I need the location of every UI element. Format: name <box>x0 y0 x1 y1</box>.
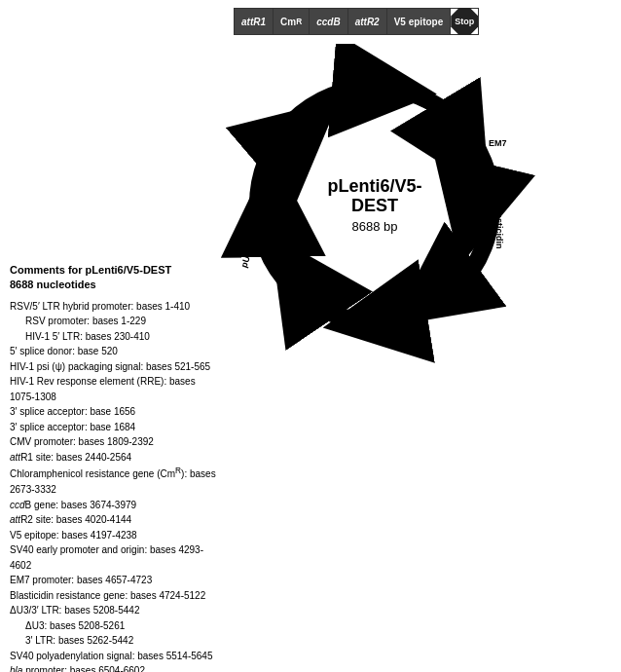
comment-entry: RSV promoter: bases 1-229 <box>10 314 219 329</box>
comment-entry: ΔU3: bases 5208-5261 <box>10 618 219 634</box>
svg-text:pUC ori: pUC ori <box>238 236 259 269</box>
segment-attrr1: attR1 <box>235 9 274 34</box>
comments-title: Comments for pLenti6/V5-DEST 8688 nucleo… <box>10 263 219 293</box>
comment-entry: bla promoter: bases 6504-6602 <box>10 663 219 672</box>
comment-entry: RSV/5′ LTR hybrid promoter: bases 1-410 <box>10 299 219 315</box>
svg-text:pLenti6/V5-: pLenti6/V5- <box>327 176 421 196</box>
comment-entry: 3′ splice acceptor: base 1656 <box>10 404 219 420</box>
comment-entry: 3′ LTR: bases 5262-5442 <box>10 633 219 649</box>
comments-list: RSV/5′ LTR hybrid promoter: bases 1-410R… <box>10 299 219 672</box>
comment-entry: 3′ splice acceptor: base 1684 <box>10 420 219 435</box>
segment-ccdb: ccdB <box>310 9 347 34</box>
comment-entry: attR1 site: bases 2440-2564 <box>10 450 219 466</box>
svg-text:SV40 pA: SV40 pA <box>405 320 423 353</box>
comment-entry: ccdB gene: bases 3674-3979 <box>10 498 219 513</box>
svg-text:PASV/5′ LTR: PASV/5′ LTR <box>268 198 276 239</box>
plasmid-map: pLenti6/V5- DEST 8688 bp <box>214 44 535 365</box>
svg-text:RRE: RRE <box>322 92 341 101</box>
linear-map: attR1 CmR ccdB attR2 V5 epitope Stop <box>234 8 479 35</box>
svg-text:8688 bp: 8688 bp <box>352 219 398 234</box>
stop-badge: Stop <box>451 8 478 35</box>
comment-entry: ΔU3/3′ LTR: bases 5208-5442 <box>10 603 219 618</box>
svg-text:DEST: DEST <box>351 196 398 215</box>
comment-entry: HIV-1 Rev response element (RRE): bases … <box>10 374 219 404</box>
comment-entry: SV40 early promoter and origin: bases 42… <box>10 542 219 573</box>
segment-attr2: attR2 <box>348 9 387 34</box>
comment-entry: 5′ splice donor: base 520 <box>10 344 219 359</box>
svg-text:Ampicillin: Ampicillin <box>303 306 345 316</box>
comment-entry: HIV-1 psi (ψ) packaging signal: bases 52… <box>10 359 219 375</box>
svg-text:PCMV: PCMV <box>354 75 376 86</box>
segment-v5: V5 epitope <box>387 9 452 34</box>
comment-entry: Chloramphenicol resistance gene (CmR): b… <box>10 465 219 497</box>
svg-text:Blasticidin: Blasticidin <box>494 205 504 249</box>
svg-text:EM7: EM7 <box>489 138 507 148</box>
comment-entry: HIV-1 5′ LTR: bases 230-410 <box>10 329 219 345</box>
comments-section: Comments for pLenti6/V5-DEST 8688 nucleo… <box>10 263 219 672</box>
comment-entry: CMV promoter: bases 1809-2392 <box>10 434 219 450</box>
comment-entry: attR2 site: bases 4020-4144 <box>10 512 219 528</box>
comment-entry: SV40 polyadenylation signal: bases 5514-… <box>10 649 219 664</box>
svg-text:ψ: ψ <box>312 105 319 116</box>
comment-entry: V5 epitope: bases 4197-4238 <box>10 528 219 543</box>
comment-entry: Blasticidin resistance gene: bases 4724-… <box>10 588 219 604</box>
comment-entry: EM7 promoter: bases 4657-4723 <box>10 573 219 588</box>
segment-cmr: CmR <box>274 9 310 34</box>
